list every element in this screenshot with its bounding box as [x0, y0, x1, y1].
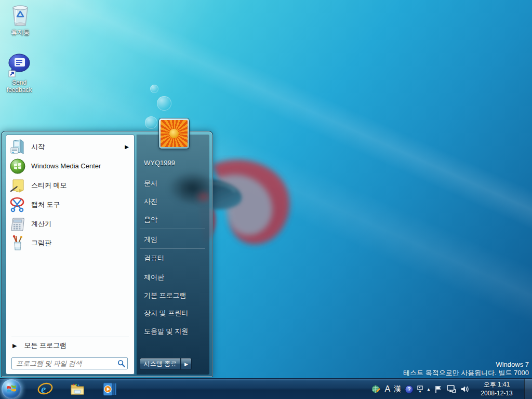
start-menu-link-control-panel[interactable]: 제어판 — [137, 271, 209, 284]
shutdown-button[interactable]: 시스템 종료 — [140, 358, 181, 370]
build-watermark: Windows 7 테스트 목적으로만 사용됩니다. 빌드 7000 — [403, 361, 529, 377]
clock-time: 오후 1:41 — [472, 380, 522, 389]
show-desktop-button[interactable] — [524, 379, 532, 399]
folder-icon — [70, 381, 85, 397]
start-menu-item-media-center[interactable]: Windows Media Center — [7, 156, 133, 176]
calculator-icon — [9, 216, 26, 232]
desktop-icon-label: Send feedback — [2, 79, 36, 94]
start-menu-link-default-programs[interactable]: 기본 프로그램 — [137, 289, 209, 302]
user-picture-flower — [161, 120, 188, 147]
ime-language-icon[interactable] — [371, 384, 381, 394]
wallpaper-bubble — [150, 85, 158, 93]
wallpaper-bubble — [157, 96, 171, 111]
ime-toolbar-icon[interactable]: ▼ — [417, 385, 423, 393]
search-input[interactable] — [11, 357, 128, 369]
clock-date: 2008-12-13 — [472, 389, 522, 398]
internet-explorer-icon: e — [37, 381, 53, 397]
windows-flag-icon — [6, 384, 17, 394]
all-programs-arrow-icon: ▶ — [12, 342, 17, 349]
media-player-icon — [102, 381, 117, 397]
taskbar-button-internet-explorer[interactable]: e — [35, 380, 55, 398]
start-button[interactable] — [2, 379, 21, 399]
start-menu-item-label: 스티커 메모 — [31, 181, 67, 190]
paint-icon — [9, 235, 26, 251]
right-panel-separator — [140, 248, 205, 249]
search-box — [11, 357, 128, 369]
right-panel-separator — [140, 229, 205, 229]
ime-input-mode-indicator[interactable]: A — [384, 384, 390, 394]
shutdown-controls: 시스템 종료 ▶ — [140, 358, 192, 370]
snipping-tool-icon — [9, 196, 26, 213]
tray-clock[interactable]: 오후 1:41 2008-12-13 — [472, 380, 522, 398]
taskbar-button-media-player[interactable] — [100, 380, 119, 398]
start-menu-link-computer[interactable]: 컴퓨터 — [137, 252, 209, 264]
all-programs-button[interactable]: ▶ 모든 프로그램 — [7, 339, 133, 352]
svg-text:e: e — [41, 383, 46, 395]
sticky-notes-icon — [9, 177, 26, 194]
start-menu-item-label: 캡처 도구 — [31, 200, 60, 209]
user-name[interactable]: WYQ1999 — [137, 156, 209, 169]
recycle-bin-icon — [8, 3, 33, 28]
start-menu-item-label: 그림판 — [31, 238, 51, 248]
start-menu-link-pictures[interactable]: 사진 — [137, 195, 209, 208]
start-menu-item-sticky-notes[interactable]: 스티커 메모 — [7, 176, 133, 195]
start-menu-item-label: 시작 — [31, 142, 45, 152]
watermark-line2: 테스트 목적으로만 사용됩니다. 빌드 7000 — [403, 369, 529, 377]
all-programs-label: 모든 프로그램 — [24, 341, 66, 350]
user-picture-tile[interactable] — [159, 118, 189, 149]
start-menu-right-panel: WYQ1999 문서 사진 음악 게임 컴퓨터 제어판 기본 프로그램 장치 및… — [137, 135, 209, 375]
network-icon[interactable] — [446, 385, 457, 393]
start-menu-link-music[interactable]: 음악 — [137, 214, 209, 226]
start-menu-link-devices-printers[interactable]: 장치 및 프린터 — [137, 307, 209, 320]
media-center-icon — [9, 158, 26, 175]
watermark-line1: Windows 7 — [403, 361, 529, 369]
system-tray: A 漢 ? ▼ ▲ — [371, 379, 470, 399]
start-menu-link-documents[interactable]: 문서 — [137, 177, 209, 190]
start-menu-link-help-support[interactable]: 도움말 및 지원 — [137, 325, 209, 338]
wallpaper-bubble — [145, 116, 157, 129]
send-feedback-icon — [7, 53, 32, 78]
svg-text:?: ? — [407, 387, 410, 392]
submenu-arrow-icon: ▶ — [125, 144, 129, 150]
start-menu-left-panel: 시작 ▶ Windows Media Center — [6, 135, 135, 375]
taskbar: e A — [0, 378, 532, 399]
desktop-icon-label: 휴지통 — [3, 29, 37, 36]
desktop: 휴지통 Send feedback Windows 7 테스트 목적으로만 사용… — [0, 0, 532, 399]
shutdown-options-arrow[interactable]: ▶ — [181, 358, 192, 370]
start-menu-link-games[interactable]: 게임 — [137, 233, 209, 246]
start-menu-item-snipping-tool[interactable]: 캡처 도구 — [7, 195, 133, 214]
start-menu: 시작 ▶ Windows Media Center — [1, 131, 213, 377]
desktop-icon-send-feedback[interactable]: Send feedback — [2, 53, 36, 94]
start-menu-item-getting-started[interactable]: 시작 ▶ — [7, 137, 133, 156]
show-hidden-icons-button[interactable]: ▲ — [427, 387, 431, 392]
ime-help-icon[interactable]: ? — [405, 385, 414, 394]
ime-hanja-indicator[interactable]: 漢 — [394, 384, 401, 394]
start-menu-item-calculator[interactable]: 계산기 — [7, 214, 133, 233]
start-menu-item-paint[interactable]: 그림판 — [7, 233, 133, 252]
taskbar-button-windows-explorer[interactable] — [68, 380, 87, 398]
desktop-icon-recycle-bin[interactable]: 휴지통 — [3, 3, 37, 36]
start-menu-item-label: 계산기 — [31, 219, 51, 229]
action-center-flag-icon[interactable] — [434, 385, 443, 393]
volume-icon[interactable] — [460, 385, 470, 393]
start-menu-item-label: Windows Media Center — [31, 162, 101, 170]
all-programs-divider — [11, 337, 129, 337]
getting-started-icon — [9, 139, 26, 155]
search-icon[interactable] — [117, 360, 125, 367]
